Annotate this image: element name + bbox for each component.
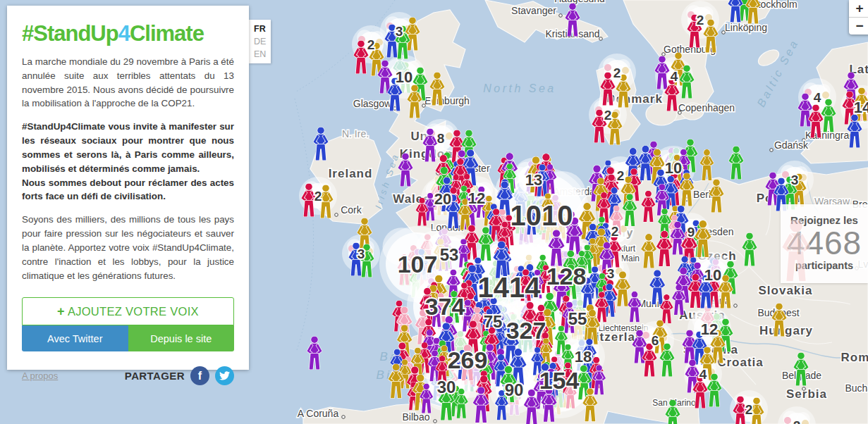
map-label: Cork xyxy=(341,204,362,216)
language-option-en[interactable]: EN xyxy=(249,48,271,61)
join-site-button[interactable]: Depuis le site xyxy=(128,325,235,351)
cluster-count[interactable]: 18 xyxy=(575,348,592,366)
invite-paragraph: #StandUp4Climate vous invite à manifeste… xyxy=(22,120,234,175)
cluster-count[interactable]: 10 xyxy=(704,266,721,284)
about-link[interactable]: A propos xyxy=(22,370,58,381)
cluster-count[interactable]: 8 xyxy=(437,131,445,146)
cluster-count[interactable]: 2 xyxy=(793,418,801,424)
facebook-share-button[interactable]: f xyxy=(190,366,209,385)
map-label: A Coruña xyxy=(298,408,339,419)
map-label: Copenhagen xyxy=(678,102,735,113)
cluster-count[interactable]: 55 xyxy=(568,309,587,328)
city-dot xyxy=(678,111,682,115)
cluster-count[interactable]: 75 xyxy=(484,312,503,331)
cluster-count[interactable]: 30 xyxy=(437,378,456,397)
cluster-count[interactable]: 20 xyxy=(434,190,451,208)
cluster-count[interactable]: 2 xyxy=(314,189,322,204)
title-part-climate: Climate xyxy=(130,21,204,46)
cluster-count[interactable]: 2 xyxy=(697,13,704,27)
cluster-count[interactable]: 4 xyxy=(671,69,678,84)
cluster-count[interactable]: 2 xyxy=(611,224,619,239)
cluster-count[interactable]: 374 xyxy=(425,293,465,320)
cluster-count[interactable]: 53 xyxy=(440,245,459,264)
cluster-count[interactable]: 154 xyxy=(539,367,580,394)
cluster-count[interactable]: 3 xyxy=(607,266,615,281)
cluster-count[interactable]: 10 xyxy=(396,68,412,86)
map-label: Romania xyxy=(841,351,868,364)
map-label: Croatia xyxy=(717,356,764,369)
cluster-count[interactable]: 3 xyxy=(357,247,365,261)
map-label: Edinburgh xyxy=(424,95,470,106)
call-paragraph: Soyons des milliers, des millions de tou… xyxy=(22,213,234,282)
cluster-count[interactable]: 107 xyxy=(398,251,438,278)
city-dot xyxy=(342,416,346,419)
cluster-count[interactable]: 2 xyxy=(617,168,625,183)
standing-paragraph: Nous sommes debout pour réclamer des act… xyxy=(22,176,234,204)
language-option-fr[interactable]: FR xyxy=(249,23,271,35)
plus-icon: + xyxy=(57,304,65,318)
cluster-count[interactable]: 4 xyxy=(814,90,821,105)
twitter-share-button[interactable] xyxy=(215,366,234,385)
cluster-count[interactable]: 13 xyxy=(525,171,542,189)
join-twitter-button[interactable]: Avec Twitter xyxy=(22,325,128,351)
share-label: PARTAGER xyxy=(125,370,185,382)
cluster-count[interactable]: 1414 xyxy=(478,272,542,303)
cluster-count[interactable]: 2 xyxy=(745,402,753,417)
zoom-out-button[interactable]: − xyxy=(849,18,868,35)
cluster-count[interactable]: 12 xyxy=(701,320,718,338)
cluster-count[interactable]: 12 xyxy=(468,189,485,207)
add-voice-button[interactable]: + AJOUTEZ VOTRE VOIX xyxy=(22,297,234,325)
info-panel: #StandUp4Climate La marche mondiale du 2… xyxy=(7,6,249,370)
cluster-count[interactable]: 327 xyxy=(506,317,546,344)
land-fyn xyxy=(646,103,677,125)
map-label: Serbia xyxy=(786,387,827,401)
cluster-count[interactable]: 6 xyxy=(652,333,659,348)
language-option-de[interactable]: DE xyxy=(249,35,271,48)
cluster-count[interactable]: 2 xyxy=(613,66,621,80)
city-dot xyxy=(434,420,437,423)
map-label: Bilbao xyxy=(403,411,430,423)
cluster-count[interactable]: 3 xyxy=(791,173,799,187)
cluster-count[interactable]: 269 xyxy=(448,347,488,373)
cluster-count[interactable]: 2 xyxy=(367,37,375,52)
map-label: North Sea xyxy=(483,82,556,94)
facebook-icon: f xyxy=(198,370,202,382)
panel-footer: A propos PARTAGER f xyxy=(22,366,234,385)
cluster-count[interactable]: 4 xyxy=(699,367,707,382)
title-part-standup: #StandUp xyxy=(22,21,118,46)
map-label: Stavanger xyxy=(511,5,556,16)
city-dot xyxy=(559,14,563,18)
map-label: Haugesund xyxy=(554,0,605,4)
map-label: Hungary xyxy=(759,324,813,337)
intro-paragraph: La marche mondiale du 29 novembre à Pari… xyxy=(22,55,234,111)
city-dot xyxy=(662,53,666,56)
city-dot xyxy=(722,31,726,35)
participants-counter-box: Rejoignez les 4468 participants xyxy=(781,204,868,283)
map-zoom-control: + − xyxy=(849,0,868,35)
city-dot xyxy=(734,304,738,308)
map-label: Ireland xyxy=(329,167,373,180)
map-label: Kristiansand xyxy=(545,28,599,39)
twitter-bird-icon xyxy=(219,371,230,380)
cluster-count[interactable]: 128 xyxy=(546,263,587,289)
share-zone: PARTAGER f xyxy=(125,366,234,385)
cluster-count[interactable]: 14 xyxy=(854,99,868,116)
map-label: N. Ire. xyxy=(342,128,369,139)
city-dot xyxy=(335,213,338,217)
city-dot xyxy=(802,387,806,391)
cluster-count[interactable]: 3 xyxy=(396,24,403,39)
city-dot xyxy=(422,104,426,108)
cluster-count[interactable]: 9 xyxy=(687,225,695,239)
map-label: Slovakia xyxy=(759,284,813,297)
city-dot xyxy=(770,149,774,152)
participant-silhouette-icon xyxy=(782,220,810,282)
join-method-buttons: Avec Twitter Depuis le site xyxy=(22,325,234,351)
page-title: #StandUp4Climate xyxy=(22,21,234,46)
cluster-count[interactable]: 10 xyxy=(665,159,682,177)
cluster-count[interactable]: 1010 xyxy=(511,200,573,231)
map-label: Glasgow xyxy=(353,98,392,109)
cluster-count[interactable]: 2 xyxy=(604,108,612,123)
zoom-in-button[interactable]: + xyxy=(849,0,868,18)
map-label: Bucharest xyxy=(845,382,868,394)
cluster-count[interactable]: 90 xyxy=(505,380,524,399)
